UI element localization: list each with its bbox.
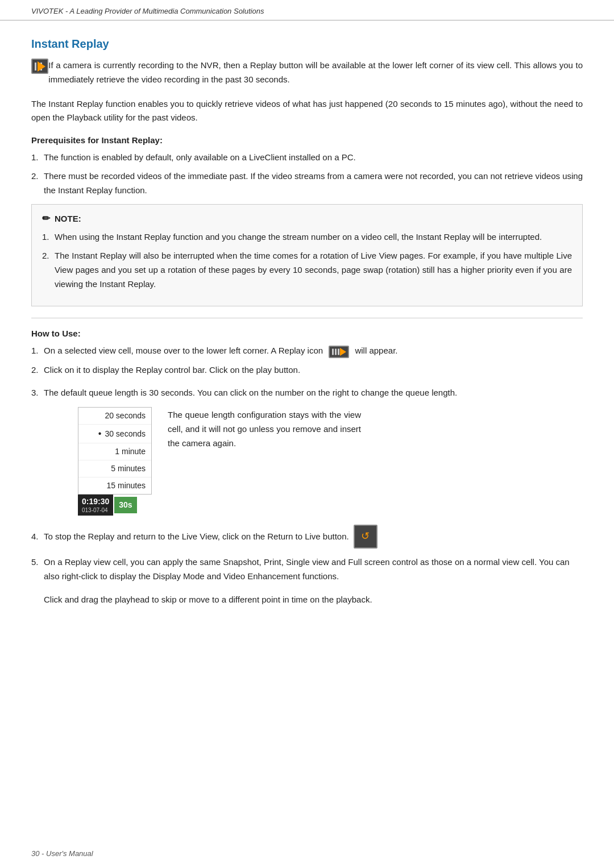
prereq-num-2: 2. bbox=[31, 169, 44, 184]
note-item-2: 2. The Instant Replay will also be inter… bbox=[42, 249, 572, 291]
queue-item-30s[interactable]: 30 seconds bbox=[78, 425, 151, 443]
queue-item-1m[interactable]: 1 minute bbox=[78, 443, 151, 460]
step-3-side-text: The queue length configuration stays wit… bbox=[168, 405, 361, 450]
bars-small bbox=[332, 348, 339, 355]
step-2: 2. Click on it to display the Replay con… bbox=[31, 363, 583, 377]
step-5-num: 5. bbox=[31, 555, 44, 570]
step-1: 1. On a selected view cell, mouse over t… bbox=[31, 344, 583, 358]
replay-icon-small bbox=[329, 346, 349, 358]
step-2-num: 2. bbox=[31, 363, 44, 377]
bar-s3 bbox=[338, 348, 339, 355]
note-text-2: The Instant Replay will also be interrup… bbox=[55, 249, 572, 291]
prereq-num-1: 1. bbox=[31, 151, 44, 165]
prereq-text-1: The function is enabled by default, only… bbox=[44, 151, 356, 165]
queue-item-5m[interactable]: 5 minutes bbox=[78, 460, 151, 477]
note-header: ✏ NOTE: bbox=[42, 213, 572, 225]
intro-text-1: If a camera is currently recording to th… bbox=[48, 59, 583, 87]
step-2-text: Click on it to display the Replay contro… bbox=[44, 363, 300, 377]
howto-heading: How to Use: bbox=[31, 329, 583, 338]
replay-time: 0:19:30 bbox=[82, 496, 109, 506]
return-to-live-icon: ↺ bbox=[354, 525, 377, 549]
step-5-text: On a Replay view cell, you can apply the… bbox=[44, 555, 583, 584]
step-3-num: 3. bbox=[31, 386, 44, 400]
intro-para-2: The Instant Replay function enables you … bbox=[31, 97, 583, 126]
step-3-inner: 20 seconds 30 seconds 1 minute 5 minutes… bbox=[44, 405, 457, 516]
step-4-num: 4. bbox=[31, 530, 44, 544]
howto-section: How to Use: 1. On a selected view cell, … bbox=[31, 329, 583, 607]
bar-s1 bbox=[332, 348, 334, 355]
replay-play-arrow bbox=[38, 61, 45, 72]
step-1-num: 1. bbox=[31, 344, 44, 358]
footer: 30 - User's Manual bbox=[31, 849, 93, 858]
arrow-small bbox=[340, 348, 346, 356]
replay-badge: 30s bbox=[114, 497, 136, 513]
replay-icon-inline bbox=[329, 344, 349, 359]
page-title: Instant Replay bbox=[31, 38, 583, 51]
divider-1 bbox=[31, 318, 583, 318]
queue-dropdown[interactable]: 20 seconds 30 seconds 1 minute 5 minutes… bbox=[78, 407, 152, 495]
prereq-item-1: 1. The function is enabled by default, o… bbox=[31, 151, 583, 165]
note-box: ✏ NOTE: 1. When using the Instant Replay… bbox=[31, 204, 583, 306]
prereq-heading: Prerequisites for Instant Replay: bbox=[31, 135, 583, 145]
header-text: VIVOTEK - A Leading Provider of Multimed… bbox=[31, 7, 264, 15]
note-item-1: 1. When using the Instant Replay functio… bbox=[42, 230, 572, 244]
note-num-1: 1. bbox=[42, 230, 55, 244]
note-text-1: When using the Instant Replay function a… bbox=[55, 230, 542, 244]
step-3-prefix: The default queue length is 30 seconds. … bbox=[44, 388, 457, 397]
replay-time-block: 0:19:30 013-07-04 bbox=[78, 495, 113, 516]
step-1-text: On a selected view cell, mouse over to t… bbox=[44, 344, 397, 358]
replay-bar-1 bbox=[35, 63, 36, 70]
note-num-2: 2. bbox=[42, 249, 55, 263]
step-3-wrapper: 3. The default queue length is 30 second… bbox=[31, 386, 583, 516]
prereq-text-2: There must be recorded videos of the imm… bbox=[44, 169, 583, 198]
main-content: Instant Replay If a camera is currently … bbox=[0, 20, 614, 640]
step-3-content: The default queue length is 30 seconds. … bbox=[44, 386, 457, 516]
queue-item-20s[interactable]: 20 seconds bbox=[78, 408, 151, 425]
return-arrow: ↺ bbox=[361, 529, 370, 546]
step-4-text: To stop the Replay and return to the Liv… bbox=[44, 530, 349, 544]
return-icon-container: ↺ bbox=[354, 525, 377, 549]
pencil-icon: ✏ bbox=[42, 213, 50, 225]
drag-text: Click and drag the playhead to skip or m… bbox=[44, 593, 583, 607]
intro-row: If a camera is currently recording to th… bbox=[31, 59, 583, 87]
page-header: VIVOTEK - A Leading Provider of Multimed… bbox=[0, 0, 614, 20]
step-5: 5. On a Replay view cell, you can apply … bbox=[31, 555, 583, 584]
replay-date: 013-07-04 bbox=[82, 506, 109, 514]
queue-item-15m[interactable]: 15 minutes bbox=[78, 477, 151, 494]
note-heading: NOTE: bbox=[55, 214, 81, 223]
queue-area: 20 seconds 30 seconds 1 minute 5 minutes… bbox=[44, 405, 152, 516]
prereq-list: 1. The function is enabled by default, o… bbox=[31, 151, 583, 197]
prereq-item-2: 2. There must be recorded videos of the … bbox=[31, 169, 583, 198]
bar-s2 bbox=[335, 348, 337, 355]
note-list: 1. When using the Instant Replay functio… bbox=[42, 230, 572, 291]
replay-icon bbox=[31, 59, 48, 74]
replay-bar-widget: 0:19:30 013-07-04 30s bbox=[78, 495, 152, 516]
step-4: 4. To stop the Replay and return to the … bbox=[31, 525, 583, 549]
